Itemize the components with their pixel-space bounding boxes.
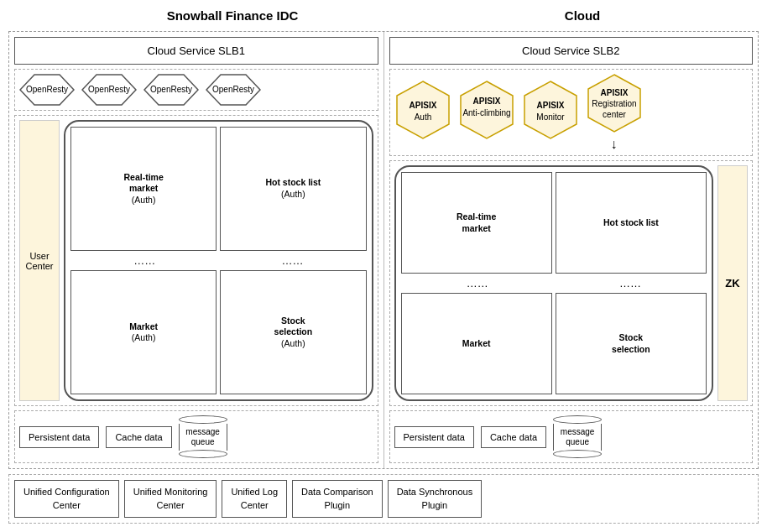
cloud-storage-row: Persistent data Cache data message queue: [389, 410, 754, 463]
data-comparison-plugin: Data ComparisonPlugin: [292, 480, 383, 518]
apisix-auth-hex: APISIX Auth: [394, 81, 451, 144]
apisix-registration-hex: APISIX Registration center: [586, 74, 643, 138]
cloud-column: Cloud Service SLB2 APISIX Auth APISIX An…: [384, 32, 759, 468]
idc-title: Snowball Finance IDC: [167, 8, 299, 23]
market-auth: Market(Auth): [70, 270, 217, 394]
cloud-title: Cloud: [565, 8, 601, 23]
svg-text:center: center: [603, 110, 626, 119]
idc-services-row: UserCenter Real-timemarket(Auth) Hot sto…: [14, 115, 378, 406]
svg-text:APISIX: APISIX: [409, 101, 436, 110]
cloud-persistent-data: Persistent data: [394, 426, 474, 448]
cloud-hot-stock-list: Hot stock list: [556, 172, 707, 274]
svg-text:OpenResty: OpenResty: [26, 85, 68, 94]
apisix-row: APISIX Auth APISIX Anti-climbing APISIX …: [389, 69, 754, 156]
cloud-dots: …… ……: [401, 277, 707, 289]
svg-text:OpenResty: OpenResty: [88, 85, 130, 94]
cloud-message-queue: message queue: [553, 415, 602, 458]
cloud-stock-selection: Stockselection: [556, 293, 707, 394]
idc-storage-row: Persistent data Cache data message queue: [14, 410, 378, 463]
svg-text:OpenResty: OpenResty: [212, 85, 254, 94]
svg-text:Auth: Auth: [414, 112, 431, 122]
idc-message-queue: message queue: [179, 415, 227, 458]
svg-text:APISIX: APISIX: [472, 96, 500, 106]
bottom-tools-row: Unified ConfigurationCenter Unified Moni…: [8, 474, 759, 524]
idc-cache-data: Cache data: [106, 426, 171, 448]
data-synchronous-plugin: Data SynchronousPlugin: [388, 480, 483, 518]
arrow-down-icon: ↓: [611, 138, 618, 151]
unified-config-center: Unified ConfigurationCenter: [14, 480, 119, 518]
cloud-realtime-market: Real-timemarket: [401, 172, 552, 274]
hot-stock-list-auth: Hot stock list(Auth): [220, 127, 366, 251]
idc-column: Cloud Service SLB1 OpenResty OpenResty O…: [9, 32, 384, 468]
svg-marker-8: [397, 81, 449, 138]
cloud-services-row: Real-timemarket Hot stock list …… …… Mar…: [389, 160, 754, 406]
apisix-monitor-hex: APISIX Monitor: [522, 81, 579, 144]
openresty-hex-1: OpenResty: [19, 74, 75, 106]
unified-log-center: Unified LogCenter: [222, 480, 287, 518]
unified-monitoring-center: Unified MonitoringCenter: [124, 480, 217, 518]
svg-text:Registration: Registration: [592, 99, 636, 108]
slb2-box: Cloud Service SLB2: [389, 37, 754, 65]
idc-persistent-data: Persistent data: [19, 426, 99, 448]
main-container: Snowball Finance IDC Cloud Cloud Service…: [0, 0, 767, 532]
idc-dots: …… ……: [70, 254, 367, 267]
openresty-row: OpenResty OpenResty OpenResty OpenResty: [14, 69, 378, 111]
cloud-market: Market: [401, 293, 552, 394]
svg-marker-14: [524, 81, 577, 138]
realtime-market-auth: Real-timemarket(Auth): [70, 127, 217, 251]
apisix-registration-arrow: APISIX Registration center ↓: [586, 74, 643, 151]
title-row: Snowball Finance IDC Cloud: [8, 8, 759, 23]
apisix-anticlimbing-hex: APISIX Anti-climbing: [458, 81, 515, 144]
svg-text:APISIX: APISIX: [600, 88, 628, 97]
slb1-box: Cloud Service SLB1: [14, 37, 378, 65]
openresty-hex-4: OpenResty: [206, 74, 261, 106]
openresty-hex-2: OpenResty: [81, 74, 137, 106]
svg-text:Monitor: Monitor: [536, 112, 565, 122]
zk-box: ZK: [717, 165, 748, 401]
svg-text:OpenResty: OpenResty: [150, 85, 192, 94]
user-center-box: UserCenter: [19, 120, 60, 401]
svg-text:Anti-climbing: Anti-climbing: [462, 108, 510, 117]
openresty-hex-3: OpenResty: [143, 74, 199, 106]
idc-inner-services: Real-timemarket(Auth) Hot stock list(Aut…: [64, 120, 373, 401]
stock-selection-auth: Stockselection(Auth): [220, 270, 366, 394]
cloud-cache-data: Cache data: [481, 426, 546, 448]
svg-text:APISIX: APISIX: [536, 101, 564, 110]
cloud-inner-services: Real-timemarket Hot stock list …… …… Mar…: [394, 165, 714, 401]
